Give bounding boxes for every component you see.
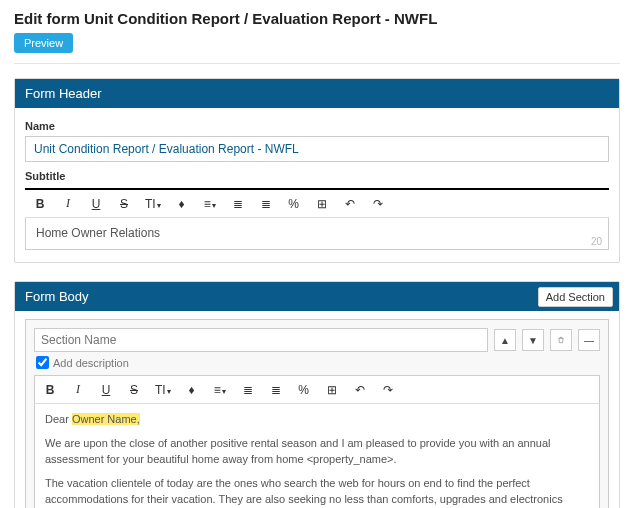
redo-button[interactable]: ↷ [371,197,385,211]
add-section-button[interactable]: Add Section [538,287,613,307]
underline-button[interactable]: U [99,383,113,397]
form-header-title: Form Header [15,79,619,108]
greeting-line: Dear Owner Name, [45,412,589,428]
text-size-button[interactable]: TI [155,383,171,397]
section-move-up-button[interactable]: ▲ [494,329,516,351]
section-remove-button[interactable]: — [578,329,600,351]
italic-button[interactable]: I [71,382,85,397]
undo-button[interactable]: ↶ [343,197,357,211]
unordered-list-button[interactable]: ≣ [259,197,273,211]
bold-button[interactable]: B [43,383,57,397]
align-button[interactable]: ≡ [213,383,227,397]
unordered-list-button[interactable]: ≣ [269,383,283,397]
redo-button[interactable]: ↷ [381,383,395,397]
section-delete-button[interactable] [550,329,572,351]
add-description-label: Add description [53,357,129,369]
page-title: Edit form Unit Condition Report / Evalua… [14,10,620,27]
subtitle-editor[interactable]: Home Owner Relations 20 [25,218,609,250]
section-box: ▲ ▼ — Add description B I U S TI ♦ ≡ ≣ [25,319,609,508]
subtitle-text: Home Owner Relations [36,226,160,240]
name-input[interactable] [25,136,609,162]
paragraph-1: We are upon the close of another positiv… [45,436,589,468]
paragraph-2: The vacation clientele of today are the … [45,476,589,508]
trash-icon [557,334,565,346]
form-body-title: Form Body Add Section [15,282,619,311]
text-color-button[interactable]: ♦ [185,383,199,397]
name-label: Name [25,120,609,132]
italic-button[interactable]: I [61,196,75,211]
divider [14,63,620,64]
bold-button[interactable]: B [33,197,47,211]
subtitle-char-count: 20 [591,236,602,247]
strike-button[interactable]: S [117,197,131,211]
link-button[interactable]: % [287,197,301,211]
add-description-row: Add description [36,356,600,369]
owner-name-highlight: Owner Name, [72,413,140,425]
link-button[interactable]: % [297,383,311,397]
align-button[interactable]: ≡ [203,197,217,211]
form-body-panel: Form Body Add Section ▲ ▼ — Add descript… [14,281,620,508]
add-description-checkbox[interactable] [36,356,49,369]
preview-button[interactable]: Preview [14,33,73,53]
underline-button[interactable]: U [89,197,103,211]
ordered-list-button[interactable]: ≣ [241,383,255,397]
section-move-down-button[interactable]: ▼ [522,329,544,351]
undo-button[interactable]: ↶ [353,383,367,397]
section-name-input[interactable] [34,328,488,352]
subtitle-toolbar: B I U S TI ♦ ≡ ≣ ≣ % ⊞ ↶ ↷ [25,188,609,218]
ordered-list-button[interactable]: ≣ [231,197,245,211]
table-button[interactable]: ⊞ [325,383,339,397]
strike-button[interactable]: S [127,383,141,397]
section-toolbar: B I U S TI ♦ ≡ ≣ ≣ % ⊞ ↶ ↷ [34,375,600,404]
table-button[interactable]: ⊞ [315,197,329,211]
form-header-panel: Form Header Name Subtitle B I U S TI ♦ ≡… [14,78,620,263]
subtitle-label: Subtitle [25,170,609,182]
section-editor[interactable]: Dear Owner Name, We are upon the close o… [34,404,600,508]
text-size-button[interactable]: TI [145,197,161,211]
form-body-title-text: Form Body [25,289,89,304]
text-color-button[interactable]: ♦ [175,197,189,211]
